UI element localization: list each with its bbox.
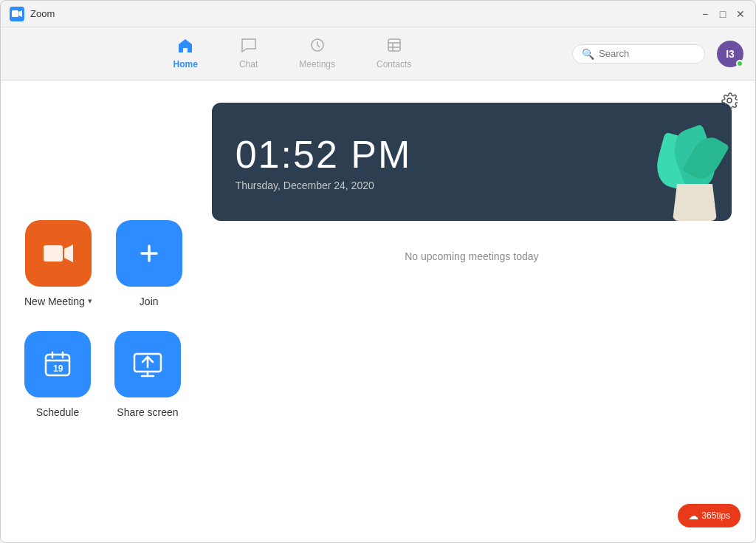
window-controls[interactable]: − □ ✕ xyxy=(699,8,746,20)
avatar[interactable]: I3 xyxy=(717,41,743,67)
navbar: Home Chat Meetings xyxy=(1,27,755,81)
join-label: Join xyxy=(140,296,159,307)
tab-meetings[interactable]: Meetings xyxy=(290,35,344,72)
new-meeting-button[interactable]: New Meeting ▾ xyxy=(24,220,92,307)
schedule-label: Schedule xyxy=(36,406,79,418)
tab-contacts[interactable]: Contacts xyxy=(368,35,420,72)
search-icon: 🔍 xyxy=(582,48,594,60)
watermark: ☁ 365tips xyxy=(678,504,740,527)
cloud-icon: ☁ xyxy=(688,510,698,522)
clock-date: Thursday, December 24, 2020 xyxy=(236,180,412,191)
svg-rect-8 xyxy=(44,245,63,262)
search-input[interactable] xyxy=(599,48,687,59)
watermark-label: 365tips xyxy=(701,510,730,521)
maximize-button[interactable]: □ xyxy=(717,8,729,20)
action-row-1: New Meeting ▾ Join xyxy=(24,220,182,307)
clock-decoration xyxy=(584,103,732,221)
contacts-icon xyxy=(386,38,402,56)
share-screen-button[interactable]: Share screen xyxy=(114,331,181,418)
join-icon xyxy=(116,220,182,287)
home-icon xyxy=(177,38,193,56)
new-meeting-icon xyxy=(25,220,92,287)
app-title: Zoom xyxy=(30,8,55,19)
tab-chat[interactable]: Chat xyxy=(230,35,267,72)
svg-marker-1 xyxy=(19,10,23,17)
share-screen-label: Share screen xyxy=(117,406,178,418)
schedule-icon: 19 xyxy=(24,331,91,397)
schedule-button[interactable]: 19 Schedule xyxy=(24,331,91,418)
action-row-2: 19 Schedule Share screen xyxy=(24,331,182,418)
nav-tabs: Home Chat Meetings xyxy=(13,35,572,72)
clock-time: 01:52 PM xyxy=(236,132,412,177)
tab-home[interactable]: Home xyxy=(165,35,207,72)
no-meetings-text: No upcoming meetings today xyxy=(212,250,732,262)
join-button[interactable]: Join xyxy=(116,220,182,307)
chevron-down-icon: ▾ xyxy=(88,296,92,306)
tab-contacts-label: Contacts xyxy=(377,59,411,69)
svg-text:19: 19 xyxy=(53,363,63,374)
tab-meetings-label: Meetings xyxy=(299,59,335,69)
online-status-dot xyxy=(736,60,743,67)
main-content: New Meeting ▾ Join xyxy=(1,81,755,542)
meetings-icon xyxy=(309,38,326,56)
watermark-badge: ☁ 365tips xyxy=(678,504,740,527)
title-bar: Zoom − □ ✕ xyxy=(1,1,755,27)
chat-icon xyxy=(241,38,257,56)
svg-marker-9 xyxy=(64,245,73,262)
share-screen-icon xyxy=(114,331,181,397)
svg-rect-3 xyxy=(388,39,400,51)
tab-home-label: Home xyxy=(173,59,198,69)
new-meeting-label: New Meeting ▾ xyxy=(24,296,92,307)
clock-card: 01:52 PM Thursday, December 24, 2020 xyxy=(212,103,732,221)
avatar-initials: I3 xyxy=(726,48,735,60)
svg-rect-0 xyxy=(12,10,18,17)
zoom-logo xyxy=(10,7,24,21)
search-bar[interactable]: 🔍 xyxy=(572,44,705,64)
right-panel: 01:52 PM Thursday, December 24, 2020 No … xyxy=(212,95,732,527)
plant-pot xyxy=(673,184,717,221)
minimize-button[interactable]: − xyxy=(699,8,711,20)
close-button[interactable]: ✕ xyxy=(735,8,746,20)
tab-chat-label: Chat xyxy=(239,59,258,69)
action-buttons-panel: New Meeting ▾ Join xyxy=(24,95,182,527)
